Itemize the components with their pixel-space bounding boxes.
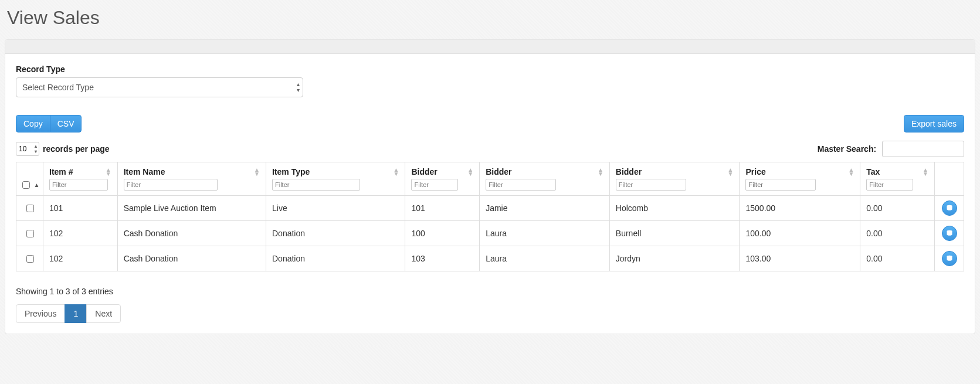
record-type-select[interactable]: Select Record Type bbox=[16, 77, 303, 97]
select-all-checkbox[interactable] bbox=[22, 181, 30, 189]
cell-tax: 0.00 bbox=[860, 221, 935, 246]
pagination-previous[interactable]: Previous bbox=[16, 304, 65, 323]
filter-bidder-last[interactable] bbox=[616, 179, 686, 191]
sort-icon[interactable]: ▲▼ bbox=[467, 168, 473, 176]
sort-icon[interactable]: ▲▼ bbox=[106, 168, 111, 176]
cell-item-type: Donation bbox=[266, 221, 405, 246]
cell-bidder-first: Laura bbox=[480, 221, 610, 246]
cell-price: 1500.00 bbox=[740, 196, 860, 221]
sales-panel: Record Type Select Record Type ▴▾ Copy C… bbox=[5, 39, 975, 334]
cell-bidder-num: 103 bbox=[405, 246, 480, 271]
col-header-price[interactable]: Price bbox=[745, 167, 765, 176]
cell-item-type: Donation bbox=[266, 246, 405, 271]
filter-price[interactable] bbox=[745, 179, 816, 191]
filter-tax[interactable] bbox=[866, 179, 913, 191]
cell-price: 100.00 bbox=[740, 221, 860, 246]
cell-item-name: Sample Live Auction Item bbox=[117, 196, 266, 221]
row-action-button[interactable] bbox=[942, 251, 957, 266]
export-button-group: Copy CSV bbox=[16, 115, 82, 132]
sort-icon[interactable]: ▲▼ bbox=[254, 168, 260, 176]
pagination-page-1[interactable]: 1 bbox=[65, 304, 87, 323]
sort-icon[interactable]: ▲▼ bbox=[923, 168, 928, 176]
sales-table: ▲ Item # ▲▼ bbox=[16, 162, 964, 271]
col-header-bidder-first[interactable]: Bidder bbox=[486, 167, 511, 176]
table-row: 102 Cash Donation Donation 103 Laura Jor… bbox=[16, 246, 964, 271]
table-row: 101 Sample Live Auction Item Live 101 Ja… bbox=[16, 196, 964, 221]
page-length-select[interactable]: 10 bbox=[16, 142, 39, 156]
cell-bidder-last: Jordyn bbox=[609, 246, 740, 271]
cell-item-name: Cash Donation bbox=[117, 221, 266, 246]
page-title: View Sales bbox=[7, 7, 975, 29]
sort-icon[interactable]: ▲ bbox=[34, 183, 40, 187]
pagination: Previous 1 Next bbox=[16, 304, 964, 323]
cell-item-num: 101 bbox=[43, 196, 118, 221]
col-header-bidder-last[interactable]: Bidder bbox=[616, 167, 642, 176]
sort-icon[interactable]: ▲▼ bbox=[394, 168, 399, 176]
cell-bidder-last: Holcomb bbox=[609, 196, 740, 221]
sort-icon[interactable]: ▲▼ bbox=[598, 168, 603, 176]
master-search-label: Master Search: bbox=[818, 144, 876, 154]
col-header-tax[interactable]: Tax bbox=[866, 167, 880, 176]
cell-bidder-num: 100 bbox=[405, 221, 480, 246]
records-per-page-label: records per page bbox=[43, 144, 110, 154]
col-header-item-num[interactable]: Item # bbox=[49, 167, 73, 176]
filter-item-num[interactable] bbox=[49, 179, 108, 191]
database-icon bbox=[946, 230, 953, 237]
database-icon bbox=[946, 255, 953, 262]
cell-item-type: Live bbox=[266, 196, 405, 221]
database-icon bbox=[946, 205, 953, 212]
cell-price: 103.00 bbox=[740, 246, 860, 271]
cell-bidder-first: Laura bbox=[480, 246, 610, 271]
master-search-input[interactable] bbox=[882, 141, 964, 157]
table-row: 102 Cash Donation Donation 100 Laura Bur… bbox=[16, 221, 964, 246]
sort-icon[interactable]: ▲▼ bbox=[848, 168, 854, 176]
record-type-label: Record Type bbox=[16, 64, 964, 74]
sort-icon[interactable]: ▲▼ bbox=[728, 168, 734, 176]
filter-item-type[interactable] bbox=[272, 179, 360, 191]
cell-item-num: 102 bbox=[43, 221, 118, 246]
pagination-next[interactable]: Next bbox=[86, 304, 121, 323]
copy-button[interactable]: Copy bbox=[16, 115, 50, 132]
filter-bidder-num[interactable] bbox=[411, 179, 458, 191]
filter-bidder-first[interactable] bbox=[486, 179, 556, 191]
export-sales-button[interactable]: Export sales bbox=[904, 115, 964, 132]
col-header-item-type[interactable]: Item Type bbox=[272, 167, 310, 176]
row-checkbox[interactable] bbox=[26, 205, 34, 212]
col-header-bidder-num[interactable]: Bidder bbox=[411, 167, 437, 176]
cell-tax: 0.00 bbox=[860, 246, 935, 271]
cell-tax: 0.00 bbox=[860, 196, 935, 221]
cell-item-name: Cash Donation bbox=[117, 246, 266, 271]
panel-headbar bbox=[5, 40, 975, 54]
csv-button[interactable]: CSV bbox=[50, 115, 82, 132]
row-action-button[interactable] bbox=[942, 201, 957, 216]
cell-bidder-num: 101 bbox=[405, 196, 480, 221]
col-header-item-name[interactable]: Item Name bbox=[124, 167, 165, 176]
cell-item-num: 102 bbox=[43, 246, 118, 271]
row-checkbox[interactable] bbox=[26, 230, 34, 237]
table-info-text: Showing 1 to 3 of 3 entries bbox=[16, 287, 964, 296]
cell-bidder-first: Jamie bbox=[480, 196, 610, 221]
row-checkbox[interactable] bbox=[26, 255, 34, 263]
cell-bidder-last: Burnell bbox=[609, 221, 740, 246]
row-action-button[interactable] bbox=[942, 226, 957, 241]
filter-item-name[interactable] bbox=[124, 179, 218, 191]
